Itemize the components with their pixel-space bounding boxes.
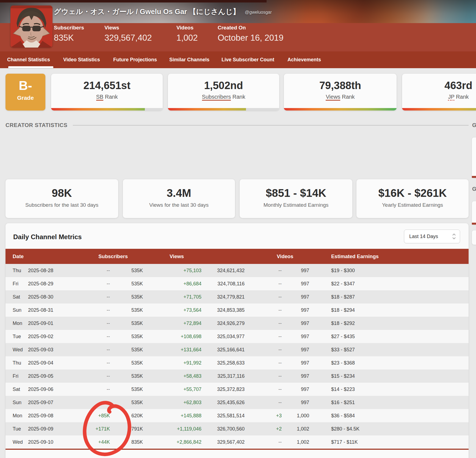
row-earnings: $15 - $234 — [331, 369, 355, 383]
row-day: Tue — [13, 330, 21, 343]
rank-suffix: Rank — [103, 94, 118, 100]
row-videos-delta: -- — [261, 435, 282, 449]
subscribers-value: 835K — [54, 33, 84, 43]
subscribers-label: Subscribers — [54, 25, 84, 31]
sb-rank-link[interactable]: SB — [96, 94, 104, 101]
col-header-subscribers: Subscribers — [98, 249, 128, 264]
row-day: Sun — [13, 304, 21, 317]
table-row: Sat 2025-09-06 -- 535K +55,707 325,372,8… — [5, 383, 469, 396]
row-day: Tue — [13, 422, 21, 435]
sb-rank-gradient-bar — [51, 108, 163, 111]
videos-value: 1,002 — [176, 33, 198, 43]
row-videos-delta: -- — [261, 277, 282, 290]
row-earnings: $18 - $287 — [331, 290, 355, 304]
active-tab-underline — [8, 66, 53, 68]
row-videos-delta: -- — [261, 290, 282, 304]
row-subscribers-delta: -- — [85, 356, 110, 369]
views-30d-card: 3.4M Views for the last 30 days — [123, 179, 235, 218]
row-videos-total: 997 — [284, 343, 309, 356]
tab-achievements[interactable]: Achievements — [287, 51, 321, 68]
daily-channel-metrics-card: Daily Channel Metrics Last 14 Days Date … — [5, 223, 469, 458]
jp-rank-link[interactable]: JP — [448, 94, 454, 101]
row-subscribers-delta: +44K — [85, 435, 110, 449]
tab-video-statistics[interactable]: Video Statistics — [63, 51, 100, 68]
row-subscribers-delta: -- — [85, 369, 110, 383]
yearly-earnings-label: Yearly Estimated Earnings — [356, 202, 469, 208]
row-videos-delta: -- — [261, 317, 282, 330]
row-videos-delta: -- — [261, 396, 282, 409]
right-rail-card-clipped — [472, 137, 476, 178]
main-nav: Channel Statistics Video Statistics Futu… — [0, 51, 476, 68]
tab-live-subscriber-count[interactable]: Live Subscriber Count — [222, 51, 274, 68]
table-row: Tue 2025-09-09 +171K 791K +1,119,046 326… — [5, 422, 469, 435]
row-date: 2025-08-31 — [28, 304, 53, 317]
table-row: Fri 2025-08-29 -- 535K +86,684 324,708,1… — [5, 277, 469, 290]
rank-suffix: Rank — [231, 94, 245, 100]
row-day: Fri — [13, 277, 18, 290]
creator-statistics-heading: CREATOR STATISTICS — [5, 122, 67, 128]
row-subscribers-delta: -- — [85, 317, 110, 330]
row-subscribers-delta: +85K — [85, 409, 110, 422]
row-date: 2025-09-08 — [28, 409, 53, 422]
row-earnings: $33 - $527 — [331, 343, 355, 356]
row-videos-total: 1,002 — [284, 422, 309, 435]
row-videos-delta: +3 — [261, 409, 282, 422]
row-views-total: 329,567,402 — [195, 435, 245, 449]
row-videos-total: 997 — [284, 277, 309, 290]
row-views-total: 325,372,823 — [195, 383, 245, 396]
row-earnings: $18 - $292 — [331, 317, 355, 330]
monthly-earnings-label: Monthly Estimated Earnings — [240, 202, 352, 208]
row-subscribers-total: 535K — [114, 304, 143, 317]
row-videos-delta: -- — [261, 356, 282, 369]
row-date: 2025-09-06 — [28, 383, 53, 396]
channel-handle: @gweluosgar — [245, 8, 272, 15]
subscribers-rank-value: 1,502nd — [168, 80, 279, 92]
row-subscribers-delta: +171K — [85, 422, 110, 435]
subscribers-rank-gradient-bar — [168, 108, 279, 111]
row-videos-delta: -- — [261, 343, 282, 356]
row-views-total: 324,779,821 — [195, 290, 245, 304]
rank-suffix: Rank — [340, 94, 355, 100]
row-subscribers-total: 535K — [114, 383, 143, 396]
row-subscribers-delta: -- — [85, 264, 110, 277]
row-videos-delta: +2 — [261, 422, 282, 435]
date-range-value: Last 14 Days — [409, 234, 452, 239]
row-date: 2025-09-10 — [28, 435, 53, 449]
table-row: Sun 2025-09-07 -- 535K +62,803 325,435,6… — [5, 396, 469, 409]
row-date: 2025-08-30 — [28, 290, 53, 304]
row-videos-total: 997 — [284, 330, 309, 343]
right-rail-card-clipped — [472, 201, 476, 225]
row-date: 2025-09-05 — [28, 369, 53, 383]
monthly-earnings-value: $851 - $14K — [240, 187, 352, 199]
tab-channel-statistics[interactable]: Channel Statistics — [7, 51, 50, 68]
row-date: 2025-09-02 — [28, 330, 53, 343]
tab-similar-channels[interactable]: Similar Channels — [169, 51, 209, 68]
channel-title: グウェル・オス・ガール / Gwelu Os Gar 【にじさんじ】 — [54, 7, 240, 16]
row-earnings: $717 - $11K — [331, 435, 358, 449]
row-day: Fri — [13, 369, 18, 383]
row-subscribers-total: 535K — [114, 317, 143, 330]
date-range-dropdown[interactable]: Last 14 Days — [404, 230, 460, 243]
views-30d-label: Views for the last 30 days — [123, 202, 235, 208]
socialblade-channel-page: グウェル・オス・ガール / Gwelu Os Gar 【にじさんじ】 @gwel… — [0, 0, 476, 458]
row-videos-total: 997 — [284, 369, 309, 383]
views-rank-card: 79,388th Views Rank — [284, 74, 397, 111]
row-date: 2025-09-04 — [28, 356, 53, 369]
row-earnings: $27 - $435 — [331, 330, 355, 343]
tab-future-projections[interactable]: Future Projections — [113, 51, 157, 68]
row-videos-total: 997 — [284, 304, 309, 317]
table-row: Sun 2025-08-31 -- 535K +73,564 324,853,3… — [5, 304, 469, 317]
subscribers-rank-link[interactable]: Subscribers — [202, 94, 231, 101]
row-subscribers-delta: -- — [85, 343, 110, 356]
row-subscribers-total: 620K — [114, 409, 143, 422]
rank-suffix: Rank — [454, 94, 469, 100]
table-row: Tue 2025-09-02 -- 535K +108,698 325,034,… — [5, 330, 469, 343]
row-earnings: $14 - $223 — [331, 383, 355, 396]
row-videos-delta: -- — [261, 304, 282, 317]
row-videos-total: 997 — [284, 396, 309, 409]
table-row: Wed 2025-09-03 -- 535K +131,664 325,166,… — [5, 343, 469, 356]
views-rank-link[interactable]: Views — [326, 94, 340, 101]
row-day: Sat — [13, 383, 20, 396]
row-date: 2025-09-09 — [28, 422, 53, 435]
row-videos-total: 997 — [284, 264, 309, 277]
